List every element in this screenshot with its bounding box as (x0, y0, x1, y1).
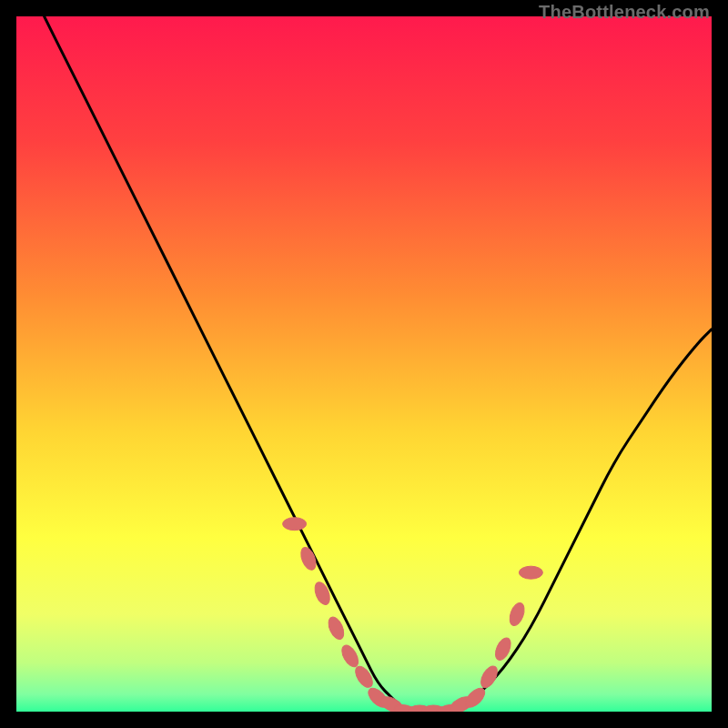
marker-point (312, 580, 333, 606)
curve-layer (16, 16, 712, 712)
marker-point (326, 615, 347, 642)
highlight-markers (283, 518, 543, 712)
watermark-text: TheBottleneck.com (539, 2, 710, 23)
plot-area (16, 16, 712, 712)
marker-point (283, 518, 307, 531)
marker-point (507, 601, 527, 627)
marker-point (519, 566, 542, 579)
chart-frame: TheBottleneck.com (0, 0, 728, 728)
bottleneck-curve (45, 16, 712, 712)
marker-point (352, 663, 376, 690)
